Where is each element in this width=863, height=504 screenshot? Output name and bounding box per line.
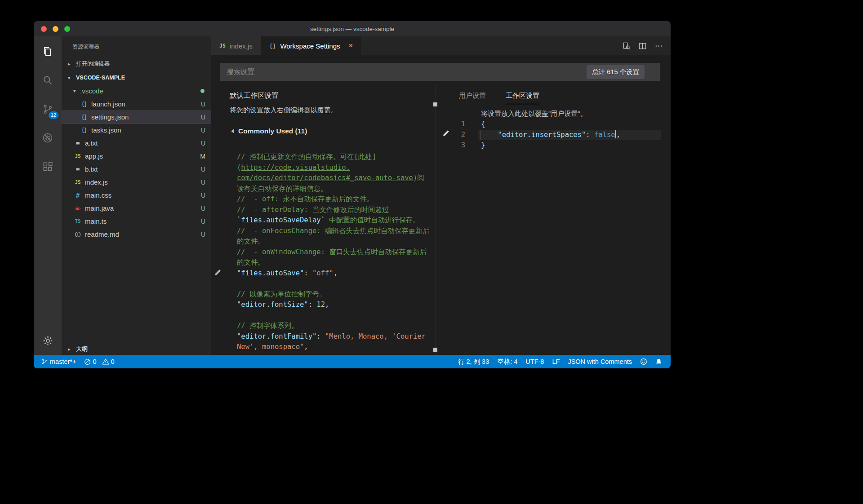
edit-setting-pencil-icon[interactable] bbox=[214, 269, 221, 278]
untracked-dot-badge bbox=[200, 89, 205, 93]
git-branch-status[interactable]: master*+ bbox=[39, 355, 78, 368]
default-code-line-5: // - off: 永不自动保存更新后的文件。 bbox=[237, 194, 433, 205]
commonly-used-label: Commonly Used (11) bbox=[238, 127, 307, 135]
more-actions-icon[interactable] bbox=[652, 39, 665, 53]
open-editors-section-header[interactable]: ▸ 打开的编辑器 bbox=[62, 59, 211, 69]
sash-handle[interactable] bbox=[433, 102, 437, 106]
editor-tab-index.js[interactable]: JSindex.js bbox=[211, 36, 261, 55]
outline-section-header[interactable]: ▸ 大纲 bbox=[62, 343, 211, 355]
editor-actions bbox=[619, 36, 671, 55]
split-editor-icon[interactable] bbox=[636, 39, 649, 53]
collapse-triangle-icon bbox=[231, 129, 234, 133]
chevron-right-icon: ▸ bbox=[68, 346, 74, 352]
file-name: main.css bbox=[85, 191, 111, 199]
git-status-badge: U bbox=[201, 101, 205, 108]
json-braces-icon: {} bbox=[80, 114, 89, 120]
gear-icon bbox=[42, 335, 53, 346]
tree-item-launch.json[interactable]: {}launch.jsonU bbox=[62, 97, 211, 111]
activity-search-button[interactable] bbox=[34, 66, 62, 95]
pane-divider[interactable] bbox=[433, 84, 437, 355]
sash-handle[interactable] bbox=[433, 348, 437, 352]
default-code-line-18: "editor.fontFamily": "Menlo, Monaco, 'Co… bbox=[237, 332, 433, 342]
json-braces-icon: {} bbox=[80, 127, 89, 133]
css-hash-icon: # bbox=[73, 192, 82, 199]
line-content[interactable]: "editor.insertSpaces": false, bbox=[478, 130, 661, 141]
tree-item-settings.json[interactable]: {}settings.jsonU bbox=[62, 111, 211, 124]
line-content[interactable]: } bbox=[478, 140, 661, 151]
git-status-badge: U bbox=[201, 205, 205, 212]
tree-item-main.css[interactable]: #main.cssU bbox=[62, 189, 211, 202]
json-braces-icon: {} bbox=[80, 101, 89, 107]
js-icon: JS bbox=[73, 179, 82, 185]
titlebar: settings.json — vscode-sample bbox=[34, 21, 671, 36]
default-code-line-10: // - onWindowChange: 窗口失去焦点时自动保存更新后 bbox=[237, 247, 433, 258]
default-code-line-4: 读有关自动保存的详细信息。 bbox=[237, 184, 433, 195]
activity-debug-button[interactable] bbox=[34, 124, 62, 152]
tree-item-app.js[interactable]: JSapp.jsM bbox=[62, 150, 211, 163]
search-icon bbox=[42, 75, 53, 86]
editor-line-2[interactable]: 2 "editor.insertSpaces": false, bbox=[437, 130, 671, 141]
sidebar-explorer: 资源管理器 ▸ 打开的编辑器 ▾ VSCODE-SAMPLE ▾.vscode{… bbox=[62, 36, 211, 355]
encoding-status[interactable]: UTF-8 bbox=[521, 358, 548, 365]
workspace-settings-editor[interactable]: 1{2 "editor.insertSpaces": false,3} bbox=[437, 119, 671, 151]
readme-info-icon bbox=[73, 231, 82, 238]
settings-search-input[interactable] bbox=[227, 68, 587, 76]
default-code-line-2: (https://code.visualstudio. bbox=[237, 163, 433, 173]
file-name: index.js bbox=[85, 178, 108, 186]
project-section-header[interactable]: ▾ VSCODE-SAMPLE bbox=[62, 72, 211, 83]
tree-item-main.java[interactable]: main.javaU bbox=[62, 202, 211, 215]
close-window-button[interactable] bbox=[41, 26, 47, 32]
line-content[interactable]: { bbox=[478, 119, 661, 130]
default-settings-code: // 控制已更新文件的自动保存。可在[此处](https://code.visu… bbox=[237, 152, 433, 353]
editor-tab-workspace-settings[interactable]: {}Workspace Settings× bbox=[261, 36, 362, 55]
text-file-icon: ≡ bbox=[73, 140, 82, 147]
tree-item-main.ts[interactable]: TSmain.tsU bbox=[62, 215, 211, 228]
commonly-used-section-header[interactable]: Commonly Used (11) bbox=[231, 127, 433, 135]
feedback-smiley-icon[interactable] bbox=[636, 358, 651, 365]
default-settings-pane: 默认工作区设置 将您的设置放入右侧编辑器以覆盖。 Commonly Used (… bbox=[211, 84, 433, 355]
file-name: readme.md bbox=[85, 230, 119, 238]
default-code-line-11: 的文件。 bbox=[237, 257, 433, 268]
indentation-status[interactable]: 空格: 4 bbox=[493, 358, 521, 366]
tab-bar: JSindex.js{}Workspace Settings× bbox=[211, 36, 671, 55]
java-cup-icon bbox=[73, 205, 82, 211]
traffic-lights bbox=[41, 21, 70, 36]
open-preview-icon[interactable] bbox=[619, 39, 633, 53]
zoom-window-button[interactable] bbox=[64, 26, 70, 32]
file-tree: ▾.vscode{}launch.jsonU{}settings.jsonU{}… bbox=[62, 84, 211, 241]
cursor-position-status[interactable]: 行 2, 列 33 bbox=[454, 358, 493, 366]
debug-bug-icon bbox=[42, 132, 53, 144]
chevron-down-icon: ▾ bbox=[68, 75, 74, 81]
language-mode-status[interactable]: JSON with Comments bbox=[564, 358, 636, 365]
tree-item-b.txt[interactable]: ≡b.txtU bbox=[62, 163, 211, 176]
close-tab-icon[interactable]: × bbox=[349, 41, 353, 50]
braces-icon: {} bbox=[269, 43, 276, 49]
editor-line-3[interactable]: 3} bbox=[437, 140, 671, 151]
tab-user-settings[interactable]: 用户设置 bbox=[459, 92, 486, 104]
notifications-bell-icon[interactable] bbox=[651, 358, 666, 365]
tree-item-a.txt[interactable]: ≡a.txtU bbox=[62, 137, 211, 150]
settings-count-badge: 总计 615 个设置 bbox=[587, 65, 645, 79]
activity-explorer-button[interactable] bbox=[34, 37, 62, 66]
default-code-line-14: // 以像素为单位控制字号。 bbox=[237, 289, 433, 300]
text-file-icon: ≡ bbox=[73, 166, 82, 173]
tree-item-tasks.json[interactable]: {}tasks.jsonU bbox=[62, 124, 211, 137]
settings-gear-button[interactable] bbox=[34, 328, 62, 353]
tree-item-index.js[interactable]: JSindex.jsU bbox=[62, 176, 211, 189]
tree-item-.vscode[interactable]: ▾.vscode bbox=[62, 84, 211, 97]
problems-status[interactable]: 0 0 bbox=[82, 355, 116, 368]
activity-source-control-button[interactable]: 12 bbox=[34, 95, 62, 124]
minimize-window-button[interactable] bbox=[53, 26, 58, 32]
outline-label: 大纲 bbox=[76, 345, 88, 353]
eol-status[interactable]: LF bbox=[548, 358, 564, 365]
line-number: 2 bbox=[437, 130, 465, 141]
edit-setting-pencil-icon[interactable] bbox=[443, 130, 449, 138]
activity-extensions-button[interactable] bbox=[34, 152, 62, 181]
git-status-badge: U bbox=[201, 218, 205, 225]
tree-item-readme.md[interactable]: readme.mdU bbox=[62, 228, 211, 241]
default-code-line-9: 的文件。 bbox=[237, 236, 433, 247]
tab-workspace-settings[interactable]: 工作区设置 bbox=[506, 92, 539, 104]
editor-line-1[interactable]: 1{ bbox=[437, 119, 671, 130]
git-status-badge: U bbox=[201, 231, 205, 238]
default-code-line-16 bbox=[237, 310, 433, 321]
